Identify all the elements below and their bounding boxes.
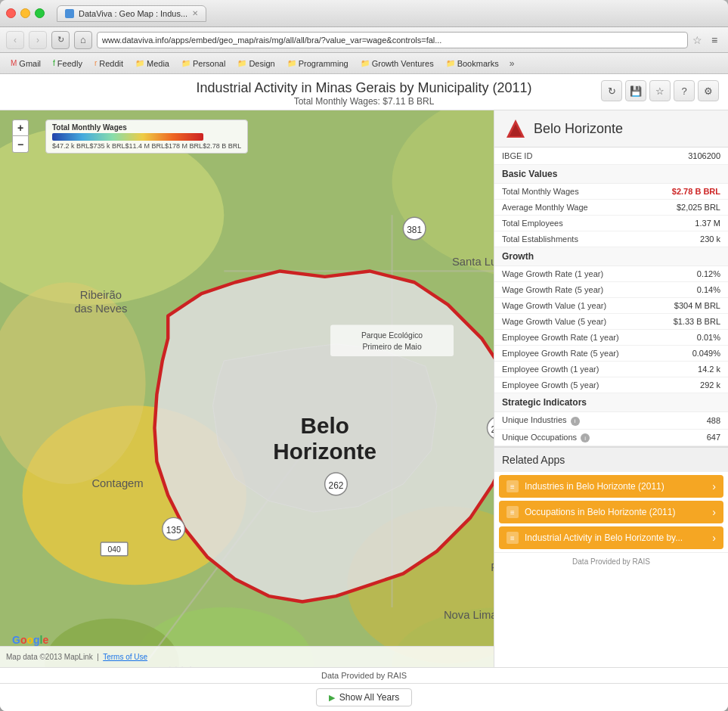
wgv1-value: $304 M BRL xyxy=(653,298,728,314)
back-btn[interactable]: ‹ xyxy=(6,31,24,49)
eg5-label: Employee Growth (5 year) xyxy=(494,377,653,393)
bookmark-bookmarks[interactable]: 📁 Bookmarks xyxy=(441,57,503,70)
bookmark-gmail[interactable]: M Gmail xyxy=(6,57,45,70)
total-wages-label: Total Monthly Wages xyxy=(494,184,638,200)
more-bookmarks-btn[interactable]: » xyxy=(510,58,515,69)
svg-text:das Neves: das Neves xyxy=(74,303,127,315)
app-link-arrow-2: › xyxy=(712,506,716,518)
refresh-tool-btn[interactable]: ↻ xyxy=(601,80,622,101)
play-icon: ▶ xyxy=(329,693,335,703)
refresh-btn[interactable]: ↻ xyxy=(51,31,70,49)
eg1-label: Employee Growth (1 year) xyxy=(494,362,653,377)
bookmark-reddit[interactable]: r Reddit xyxy=(90,57,128,70)
info-panel: Belo Horizonte IBGE ID 3106200 Basic Val… xyxy=(494,110,728,667)
wgr1-value: 0.12% xyxy=(653,266,728,282)
total-est-value: 230 k xyxy=(638,231,728,247)
table-row: Employee Growth (5 year) 292 k xyxy=(494,377,728,393)
menu-btn[interactable]: ≡ xyxy=(707,34,722,46)
table-row: Total Establishments 230 k xyxy=(494,231,728,247)
total-wages-value: $2.78 B BRL xyxy=(638,184,728,200)
gmail-icon: M xyxy=(11,59,17,67)
app-link-icon-2: ≡ xyxy=(507,506,519,518)
wgr5-value: 0.14% xyxy=(653,282,728,298)
svg-rect-14 xyxy=(330,325,454,356)
browser-window: DataViva : Geo Map : Indus... ✕ ‹ › ↻ ⌂ … xyxy=(0,0,728,711)
ibge-value: 3106200 xyxy=(609,147,728,165)
bookmark-programming-label: Programming xyxy=(299,59,349,68)
google-logo: Google xyxy=(12,634,48,646)
data-source-bar: Data Provided by RAIS xyxy=(0,667,728,683)
page-tools: ↻ 💾 ☆ ? ⚙ xyxy=(601,80,719,101)
bookmark-personal[interactable]: 📁 Personal xyxy=(177,57,230,70)
app-link-industries[interactable]: ≡ Industries in Belo Horizonte (2011) › xyxy=(499,475,723,498)
section-basic-values: Basic Values xyxy=(494,165,728,184)
show-all-years-label: Show All Years xyxy=(339,692,399,703)
show-all-years-btn[interactable]: ▶ Show All Years xyxy=(316,688,412,706)
url-bar[interactable]: www.dataviva.info/apps/embed/geo_map/rai… xyxy=(97,32,688,48)
minimize-btn[interactable] xyxy=(20,8,30,18)
legend-label-2: $735 k BRL xyxy=(90,142,125,150)
wgr1-label: Wage Growth Rate (1 year) xyxy=(494,266,653,282)
bookmark-design-label: Design xyxy=(249,59,274,68)
home-btn[interactable]: ⌂ xyxy=(74,31,92,49)
svg-text:Belo: Belo xyxy=(301,413,349,438)
browser-tab[interactable]: DataViva : Geo Map : Indus... ✕ xyxy=(57,5,206,22)
info-panel-header: Belo Horizonte xyxy=(494,110,728,147)
table-row: Wage Growth Rate (1 year) 0.12% xyxy=(494,266,728,282)
legend-label-5: $2.78 B BRL xyxy=(203,142,241,150)
star-tool-btn[interactable]: ☆ xyxy=(649,80,671,101)
app-link-occupations[interactable]: ≡ Occupations in Belo Horizonte (2011) › xyxy=(499,501,723,523)
bookmark-growth-ventures[interactable]: 📁 Growth Ventures xyxy=(356,57,438,70)
bookmark-bookmarks-label: Bookmarks xyxy=(457,59,499,68)
avg-wage-label: Average Monthly Wage xyxy=(494,200,638,216)
egr5-value: 0.049% xyxy=(653,346,728,362)
tab-close-btn[interactable]: ✕ xyxy=(192,9,198,17)
table-row: Employee Growth Rate (1 year) 0.01% xyxy=(494,330,728,346)
tab-favicon xyxy=(65,9,74,18)
nav-bar: ‹ › ↻ ⌂ www.dataviva.info/apps/embed/geo… xyxy=(0,27,728,53)
uniq-ind-value: 488 xyxy=(677,412,728,429)
bookmark-programming[interactable]: 📁 Programming xyxy=(283,57,353,70)
eg1-value: 14.2 k xyxy=(653,362,728,377)
svg-text:Horizonte: Horizonte xyxy=(273,439,376,464)
bookmark-star-btn[interactable]: ☆ xyxy=(692,34,702,46)
map-area[interactable]: Parque Ecológico Primeiro de Maio 135 26… xyxy=(0,110,728,667)
legend-label-1: $47.2 k BRL xyxy=(52,142,90,150)
zoom-in-btn[interactable]: + xyxy=(12,120,29,136)
show-years-bar: ▶ Show All Years xyxy=(0,683,728,711)
uniq-ind-label: Unique Industries i xyxy=(494,412,677,429)
total-emp-label: Total Employees xyxy=(494,216,638,231)
svg-text:135: 135 xyxy=(166,525,181,536)
bookmark-personal-label: Personal xyxy=(193,59,225,68)
map-legend: Total Monthly Wages $47.2 k BRL $735 k B… xyxy=(45,120,248,154)
uniq-occ-value: 647 xyxy=(677,429,728,446)
app-link-text-2: Occupations in Belo Horizonte (2011) xyxy=(525,507,706,517)
bookmark-media[interactable]: 📁 Media xyxy=(131,57,174,70)
home-icon: ⌂ xyxy=(80,34,86,45)
bookmark-feedly-label: Feedly xyxy=(57,59,82,68)
zoom-out-btn[interactable]: − xyxy=(12,136,29,153)
svg-text:262: 262 xyxy=(329,480,344,491)
wgv5-value: $1.33 B BRL xyxy=(653,314,728,330)
app-link-icon-3: ≡ xyxy=(507,532,519,544)
terms-of-use-link[interactable]: Terms of Use xyxy=(103,653,147,661)
save-tool-btn[interactable]: 💾 xyxy=(625,80,646,101)
forward-icon: › xyxy=(36,35,39,45)
unique-occupations-tooltip[interactable]: i xyxy=(581,433,590,442)
app-link-industrial[interactable]: ≡ Industrial Activity in Belo Horizonte … xyxy=(499,526,723,549)
ibge-label: IBGE ID xyxy=(494,147,609,165)
bookmark-design[interactable]: 📁 Design xyxy=(233,57,279,70)
table-row: Wage Growth Rate (5 year) 0.14% xyxy=(494,282,728,298)
svg-text:Parque Ecológico: Parque Ecológico xyxy=(361,331,423,340)
info-city-name: Belo Horizonte xyxy=(534,121,623,137)
maximize-btn[interactable] xyxy=(35,8,45,18)
folder-icon-3: 📁 xyxy=(237,59,246,67)
svg-text:Nova Lima: Nova Lima xyxy=(444,609,497,621)
unique-industries-tooltip[interactable]: i xyxy=(571,417,580,426)
bookmark-feedly[interactable]: f Feedly xyxy=(48,57,87,70)
close-btn[interactable] xyxy=(6,8,16,18)
table-row: Total Monthly Wages $2.78 B BRL xyxy=(494,184,728,200)
settings-tool-btn[interactable]: ⚙ xyxy=(698,80,719,101)
help-tool-btn[interactable]: ? xyxy=(674,80,695,101)
forward-btn[interactable]: › xyxy=(29,31,47,49)
